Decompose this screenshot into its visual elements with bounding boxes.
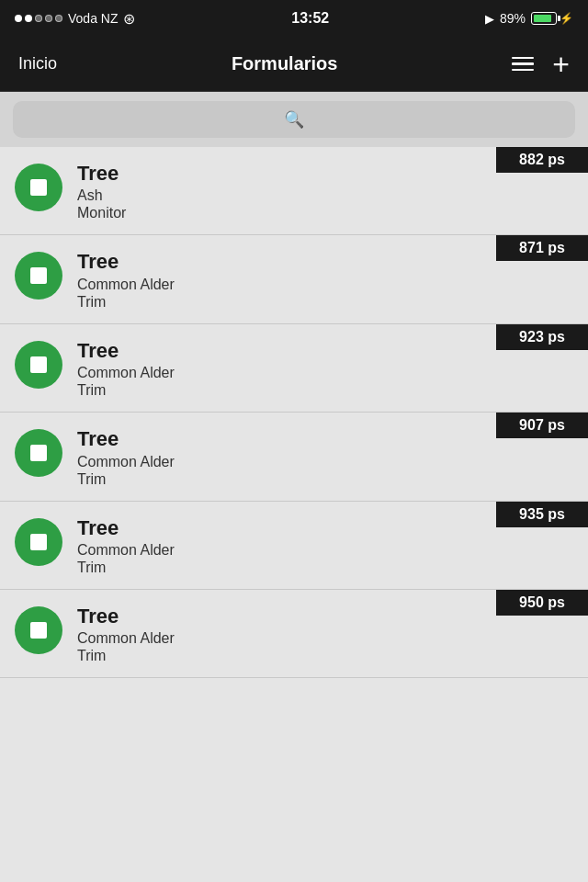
battery-container: ⚡ [531,12,573,25]
item-subtitle1: Common Alder [77,630,588,647]
battery-icon [531,12,557,25]
nav-title: Formularios [232,53,338,74]
list-item[interactable]: Tree Common Alder Trim 935 ps [0,502,588,590]
menu-line-1 [512,57,534,60]
status-left: Voda NZ ⊛ [15,10,135,28]
item-subtitle1: Common Alder [77,365,588,381]
search-icon: 🔍 [284,109,304,130]
status-time: 13:52 [291,10,329,27]
list-item[interactable]: Tree Common Alder Trim 907 ps [0,413,588,501]
location-icon: ▶ [485,12,494,26]
item-badge: 950 ps [496,590,588,616]
item-badge: 907 ps [496,413,588,438]
item-icon-square [30,534,47,550]
search-container: 🔍 [0,92,588,147]
item-subtitle1: Common Alder [77,542,588,559]
list-item[interactable]: Tree Ash Monitor 882 ps [0,147,588,235]
item-badge: 935 ps [496,502,588,527]
signal-dot-2 [25,15,32,22]
item-icon [15,341,62,389]
item-badge: 923 ps [496,324,588,350]
item-subtitle2: Trim [77,471,588,488]
item-icon [15,606,62,654]
add-button[interactable]: + [552,50,570,79]
item-badge: 882 ps [496,147,588,173]
item-subtitle2: Trim [77,382,588,399]
signal-dots [15,15,62,22]
nav-bar: Inicio Formularios + [0,37,588,92]
status-right: ▶ 89% ⚡ [485,11,573,26]
signal-dot-3 [35,15,42,22]
item-subtitle1: Ash [77,187,588,204]
item-icon [15,429,62,477]
item-icon [15,518,62,566]
item-subtitle2: Trim [77,294,588,311]
signal-dot-5 [55,15,62,22]
item-subtitle1: Common Alder [77,454,588,470]
signal-dot-1 [15,15,22,22]
item-icon-square [30,267,47,284]
menu-line-2 [512,62,534,65]
list-item[interactable]: Tree Common Alder Trim 923 ps [0,324,588,413]
item-subtitle2: Trim [77,648,588,664]
carrier-label: Voda NZ [68,11,118,26]
menu-line-3 [512,69,534,72]
battery-percent: 89% [500,11,526,26]
wifi-icon: ⊛ [123,10,135,28]
bolt-icon: ⚡ [560,12,573,25]
item-icon-square [30,179,47,196]
search-bar[interactable]: 🔍 [13,101,575,138]
battery-fill [534,15,551,22]
items-list: Tree Ash Monitor 882 ps Tree Common Alde… [0,147,588,678]
item-icon-square [30,445,47,461]
menu-button[interactable] [512,57,534,72]
list-item[interactable]: Tree Common Alder Trim 871 ps [0,235,588,323]
item-subtitle2: Monitor [77,205,588,221]
item-subtitle1: Common Alder [77,277,588,293]
signal-dot-4 [45,15,52,22]
item-icon [15,252,62,300]
item-badge: 871 ps [496,235,588,261]
item-icon [15,164,62,211]
list-item[interactable]: Tree Common Alder Trim 950 ps [0,590,588,678]
status-bar: Voda NZ ⊛ 13:52 ▶ 89% ⚡ [0,0,588,37]
item-icon-square [30,356,47,373]
item-subtitle2: Trim [77,560,588,576]
back-button[interactable]: Inicio [18,54,57,74]
item-icon-square [30,622,47,639]
nav-actions: + [512,50,570,79]
